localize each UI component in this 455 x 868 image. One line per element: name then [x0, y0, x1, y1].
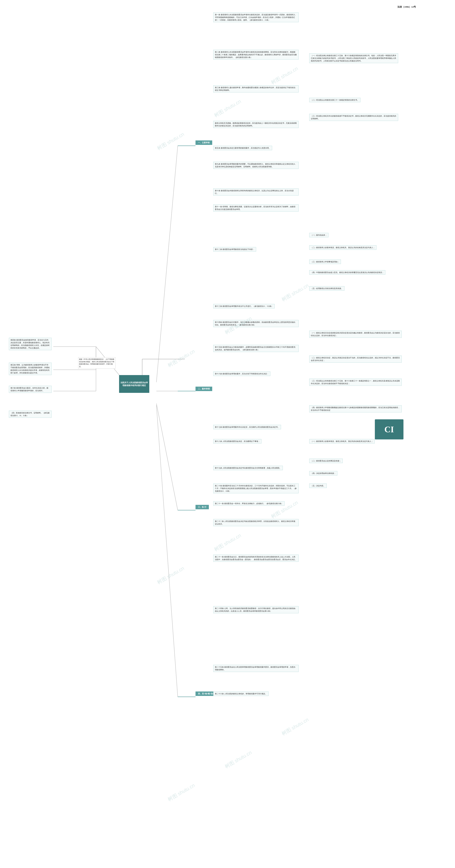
article-16-3: （三）经法院认认有有赔偿法第三十五条、第十六条第三十一条规定情形之一，赔偿义务机…	[309, 379, 402, 386]
article-18-2: （二）赔偿委员会认定的事及及依据；	[309, 459, 343, 463]
article-13: 第十三条 赔偿委员会审理案件依法不公开进行。（参见赔偿法11、152条）	[213, 304, 274, 308]
page-header: 法发（1996）14号	[397, 5, 416, 8]
branch-执行: 三、执 行	[196, 505, 209, 509]
article-14: 第十四条 赔偿委员会针对案件，实行少数服从多数的原则，应由赔偿委员会审议以上委员…	[213, 320, 299, 327]
article-3-2: （二）经法院认认有赔偿法第三十一条规定情形的法律文书。	[309, 98, 360, 102]
article-12: 第十二条 赔偿委员会审理赔偿应当包括以下内容：	[213, 247, 256, 251]
svg-line-8	[156, 146, 178, 382]
svg-line-12	[156, 404, 178, 510]
article-19: 第十九条 人民法院赔偿委员会决定书出赔偿委员会主任审阅签署，加盖人民法院院。	[213, 466, 283, 470]
article-22-exec: 第二十二条 人民法院赔偿委员会决定书由法院赔偿机关审理，分别送达赔偿请求人、赔偿…	[213, 519, 299, 526]
article-21-exec: 第二十一条 赔偿委员会一经作出，即发生法律效力，必须执行。（参见赔偿法第23条）	[213, 501, 285, 506]
page-container: 法发（1996）14号 法院关于人民法院赔偿委员会审理赔偿案件程序的暂行规定 根…	[0, 0, 455, 868]
article-10: 第十条 赔偿委员会对赔偿请求认和答询求的赔偿义务机关，以及认为认定事实的认义务，…	[213, 188, 299, 195]
article-5-node: 第五条 审查，认为赔偿请求人的赔偿申请法不符于赔偿委员会受理的，应当驳回赔偿请求…	[9, 363, 52, 375]
article-3: 第三条 赔偿请求人递出赔偿申请，附件由最组委法规第八条规定的条件以外，应还当提供…	[213, 85, 299, 92]
article-26: 第二十六条 人民法院的赔偿义务机的，审理赔偿案件可另行规定。	[213, 691, 268, 696]
article-9: 第九条 赔偿委员会审理赔偿案件的需要，可以通知赔偿请求人、赔偿义务机关和侵权认定…	[213, 162, 299, 169]
article-18-3: （四）决定的理由和法律依据；	[309, 471, 337, 475]
article-18-4: （五）决定内容。	[309, 484, 327, 488]
article-18-1: （一）赔偿请求人的基本情况、赔偿义务机关、复议关的名称及其法定代表人；	[309, 439, 375, 443]
article-16-2: （二）赔偿义务机关决定，复议认关复议决定违法不当的，应当赔偿结论认定的，或认为作…	[309, 355, 402, 363]
branch-案件审理: 二、案件审理	[196, 386, 212, 391]
article-6-node: 第六条 赔偿委员会立案后，在作出决定之前，赔偿请求人申请撤回赔偿申请的，应当准许…	[9, 386, 52, 393]
svg-line-14	[156, 405, 178, 697]
article-17: 第十七条 赔偿委员会审理案件作出决定后，应当制约人民法院赔偿委员会决定书。	[213, 425, 281, 429]
article-12-3: （三）赔偿请求人申请事项及理由；	[309, 259, 341, 264]
article-12-2: （二）赔偿请求人的基本情况、赔偿义务机关、复议认关的名称及其法定代表人；	[309, 245, 377, 250]
article-20: 第二十条 赔偿案件应当在三个月内作出赔偿决定，三个月内不能作出决定的，经院长批准…	[213, 484, 299, 493]
other-left-node: （四）其他相关的法律文书、证明材料。（参见赔偿法第15、16、31条）	[9, 411, 52, 418]
article-21-1: 第二十一条 赔偿委员会注立，赔偿委员会的发到的关系的的实当法律法获赔偿的关上送上…	[213, 555, 299, 562]
article-16-1: （一）赔偿义务机关决定或者复议机关原决定违法适当确认有赔偿，赔偿委员会认为赔偿决…	[309, 331, 402, 338]
header-title: 法发（1996）14号	[397, 5, 416, 8]
article-4-node: 第四条 赔偿委员会收到赔偿申请，应当在七日内决定是否立案，并及时通知赔偿请求人。…	[9, 338, 52, 350]
article-22-other: 第二十四条 公民、法人和其他经济赔偿委员组委赔偿，以行行情以赔偿，提出由中民公民…	[213, 606, 299, 613]
article-16: 第十六条 赔偿委员会审理的案件，应当分别下列情形依法作出决定：	[213, 372, 270, 376]
article-12-1: （一）案件的由来；	[309, 233, 328, 237]
article-25: 第二十五条 赔偿委员会在人民法院审理赔偿委员会审理赔偿案件委员，赔偿委员会审理的…	[213, 665, 299, 672]
article-3-3: （三）经法院公务机关作出的赔偿或者不予赔偿决定书，赔偿义务机关无期限作出出决定的…	[309, 114, 398, 121]
article-16-4: （四）赔偿请求人申请赔偿数额超过赔偿法第十七条规定的国家赔偿最高赔偿限额的，应当…	[309, 405, 402, 412]
center-label: 法院关于人民法院赔偿委员会审理赔偿案件程序的暂行规定	[120, 381, 148, 387]
intro-block: 根据《中华人民共和国国家赔偿法》（以下简称赔偿法的有关规定，现对人民法院赔偿委员…	[78, 357, 116, 369]
center-node: 法院关于人民法院赔偿委员会审理赔偿案件程序的暂行规定	[119, 375, 149, 393]
article-15: 第十五条 赔偿委员会认为复杂的案件，必要时应由赔偿委员会主任报请院长令书有三个内…	[213, 345, 299, 352]
article-3-1: （一）经法院法律认有赔偿法第三十五条、第十六条规定情形的的法律文书。包括：人民法…	[309, 53, 398, 63]
branch-立案审查: 一、立案审查	[196, 141, 212, 145]
ci-badge: CI	[375, 419, 403, 439]
article-11: 第十一条 经审查、赔偿当事实清楚、证据充分认定案情分析，应当的关等为认定程为了的…	[213, 205, 299, 212]
branch-其他: 四、其?他?规?划?	[196, 691, 216, 696]
article-5-lian: 第五条 赔偿委员会决定立案管理的赔偿案件，应当指定专人负责办理。	[213, 146, 272, 150]
article-2: 第二条 赔偿请求人向法院赔偿委员会申请作出赔偿决定的的赔偿事项，应当列出法律依据…	[213, 50, 299, 60]
article-18: 第十八条 人民法院赔偿委员会决定，应当载明以下事项：	[213, 439, 261, 443]
article-1: 第一条 赔偿请求人向法院赔偿委员会申请作出赔偿决定的，应当递交赔偿申请书一式四份…	[213, 12, 299, 22]
mindmap: 法发（1996）14号 法院关于人民法院赔偿委员会审理赔偿案件程序的暂行规定 根…	[7, 4, 451, 857]
article-4-right: 赔偿义务机关无措施，检察或监督赔偿决定的，应当提供由上一级机关作出的复议决定书，…	[213, 121, 299, 128]
article-12-5: （五）处理赔偿认关的法律实及其依据。	[309, 286, 345, 291]
article-12-4: （四）中国的赔偿委员会提入意见、赔偿义务机关的答覆意见以及复议认关的赔偿决定情况…	[309, 270, 385, 275]
